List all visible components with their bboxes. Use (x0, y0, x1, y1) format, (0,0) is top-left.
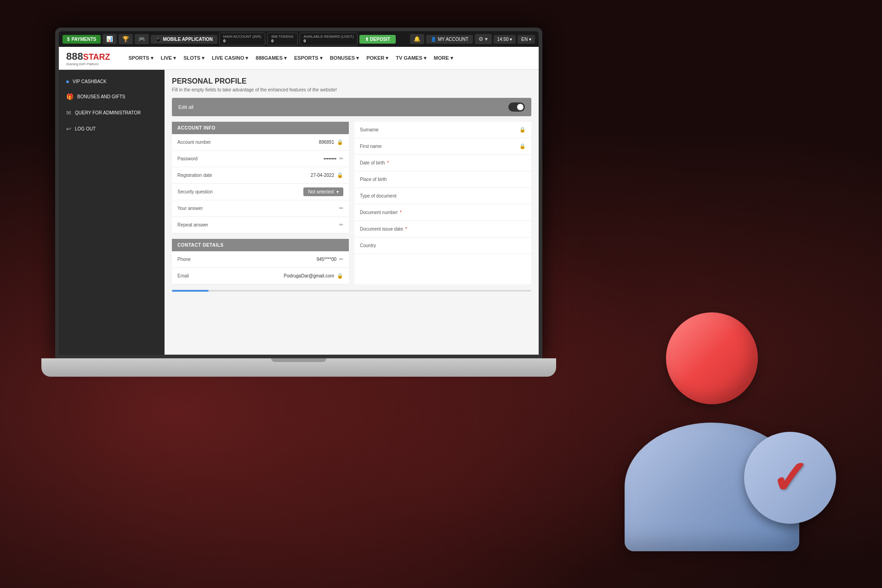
registration-date-label: Registration date (177, 173, 212, 178)
password-value: •••••••• ✏ (324, 156, 343, 162)
contact-details-header: CONTACT DETAILS (172, 239, 349, 251)
sidebar-item-vip-cashback[interactable]: VIP CASHBACK (59, 74, 165, 89)
user-head (666, 312, 758, 404)
country-row: Country (354, 237, 531, 254)
content-area: VIP CASHBACK 🎁 BONUSES AND GIFTS ✉ QUERY… (59, 70, 539, 355)
mobile-app-button[interactable]: 📱 MOBILE APPLICATION (151, 35, 217, 44)
registration-date-value: 27-04-2022 🔒 (311, 172, 343, 178)
security-question-dropdown[interactable]: Not selected ▾ (303, 187, 343, 196)
gamepad-button[interactable]: 🎮 (135, 34, 149, 44)
email-label: Email (177, 273, 189, 278)
main-nav: SPORTS ▾ LIVE ▾ SLOTS ▾ LIVE CASINO ▾ 88… (128, 55, 453, 61)
check-badge: ✓ (744, 432, 836, 524)
phone-icon: 📱 (155, 37, 161, 42)
nav-poker[interactable]: POKER ▾ (366, 55, 388, 61)
scroll-bar (172, 290, 531, 292)
security-question-row: Security question Not selected ▾ (172, 184, 349, 200)
contact-details-section: CONTACT DETAILS Phone 945****00 ✏ Email (172, 239, 349, 284)
firstname-lock-icon: 🔒 (519, 143, 526, 149)
nav-tv-games[interactable]: TV GAMES ▾ (396, 55, 427, 61)
logo-bar: 888STARZ iGaming DeFi Platform SPORTS ▾ … (59, 47, 539, 70)
password-edit-icon[interactable]: ✏ (339, 156, 343, 162)
country-label: Country (360, 243, 376, 248)
nav-bonuses[interactable]: BONUSES ▾ (330, 55, 359, 61)
laptop-base (41, 358, 556, 377)
nav-right: 🔔 👤 MY ACCOUNT ⚙ ▾ 14:50 ▾ EN ▾ (410, 34, 535, 44)
nav-888games[interactable]: 888GAMES ▾ (256, 55, 287, 61)
settings-button[interactable]: ⚙ ▾ (475, 34, 491, 44)
nav-live[interactable]: LIVE ▾ (161, 55, 176, 61)
lock-icon: 🔒 (337, 139, 343, 145)
document-issue-date-row: Document issue date * (354, 221, 531, 237)
first-name-label: First name (360, 144, 381, 149)
chevron-down-icon: ▾ (336, 189, 339, 194)
trophy-button[interactable]: 🏆 (119, 34, 133, 44)
surname-value: 🔒 (519, 127, 526, 133)
document-number-label: Document number * (360, 210, 402, 215)
security-question-value[interactable]: Not selected ▾ (303, 187, 343, 196)
account-info-header: ACCOUNT INFO (172, 122, 349, 134)
type-of-document-row: Type of document (354, 188, 531, 204)
nav-slots[interactable]: SLOTS ▾ (183, 55, 205, 61)
place-of-birth-label: Place of birth (360, 177, 387, 182)
scroll-thumb[interactable] (172, 290, 209, 292)
nav-live-casino[interactable]: LIVE CASINO ▾ (212, 55, 248, 61)
sidebar-item-logout[interactable]: ↩ LOG OUT (59, 121, 165, 137)
nav-esports[interactable]: ESPORTS ▾ (294, 55, 323, 61)
main-account-counter: MAIN ACCOUNT (INR) 0 (219, 33, 266, 45)
document-issue-date-label: Document issue date * (360, 226, 407, 232)
my-account-button[interactable]: 👤 MY ACCOUNT (426, 35, 473, 44)
account-number-row: Account number 896891 🔒 (172, 134, 349, 151)
user-icon: 👤 (431, 37, 436, 42)
reward-counter: AVAILABLE REWARD (USDT) 0 (300, 33, 358, 45)
phone-value: 945****00 ✏ (317, 256, 343, 262)
type-of-document-label: Type of document (360, 193, 397, 198)
dollar-icon: $ (67, 37, 70, 42)
dob-label: Date of birth * (360, 160, 389, 165)
time-display: 14:50 ▾ (494, 35, 516, 44)
document-number-row: Document number * (354, 204, 531, 221)
payments-button[interactable]: $ PAYMENTS (63, 35, 101, 44)
nav-more[interactable]: MORE ▾ (434, 55, 453, 61)
email-lock-icon: 🔒 (337, 273, 343, 279)
password-row: Password •••••••• ✏ (172, 151, 349, 167)
page-subtitle: Fill in the empty fields to take advanta… (172, 87, 531, 92)
email-row: Email PodrugaDar@gmail.com 🔒 (172, 268, 349, 284)
security-question-label: Security question (177, 189, 213, 194)
laptop-screen: $ PAYMENTS 📊 🏆 🎮 📱 MOBILE APPLICATION MA… (55, 28, 542, 358)
top-nav: $ PAYMENTS 📊 🏆 🎮 📱 MOBILE APPLICATION MA… (59, 31, 539, 47)
tokens-counter: 888 TOKENS 0 (267, 33, 297, 45)
phone-row: Phone 945****00 ✏ (172, 251, 349, 268)
chart-button[interactable]: 📊 (102, 34, 117, 44)
user-icon-3d: ✓ (579, 285, 845, 551)
sidebar: VIP CASHBACK 🎁 BONUSES AND GIFTS ✉ QUERY… (59, 70, 165, 355)
account-number-label: Account number (177, 140, 211, 145)
deposit-button[interactable]: ⬆ DEPOSIT (359, 35, 396, 44)
site-logo[interactable]: 888STARZ iGaming DeFi Platform (66, 51, 110, 66)
phone-edit-icon[interactable]: ✏ (339, 256, 343, 262)
dot-icon (66, 80, 69, 83)
form-columns: ACCOUNT INFO Account number 896891 🔒 Pas… (172, 122, 531, 284)
surname-row: Surname 🔒 (354, 122, 531, 138)
bell-button[interactable]: 🔔 (410, 34, 424, 44)
password-label: Password (177, 156, 198, 161)
edit-all-toggle[interactable] (508, 102, 525, 112)
repeat-answer-row: Repeat answer ✏ (172, 217, 349, 233)
nav-sports[interactable]: SPORTS ▾ (128, 55, 153, 61)
main-content: PERSONAL PROFILE Fill in the empty field… (165, 70, 539, 355)
left-column: ACCOUNT INFO Account number 896891 🔒 Pas… (172, 122, 349, 284)
laptop: $ PAYMENTS 📊 🏆 🎮 📱 MOBILE APPLICATION MA… (55, 28, 570, 404)
page-title: PERSONAL PROFILE (172, 77, 531, 85)
your-answer-value: ✏ (339, 205, 343, 211)
reg-lock-icon: 🔒 (337, 172, 343, 178)
sidebar-item-bonuses[interactable]: 🎁 BONUSES AND GIFTS (59, 89, 165, 105)
your-answer-row: Your answer ✏ (172, 200, 349, 217)
mail-icon: ✉ (66, 109, 71, 116)
first-name-value: 🔒 (519, 143, 526, 149)
browser-content: $ PAYMENTS 📊 🏆 🎮 📱 MOBILE APPLICATION MA… (59, 31, 539, 355)
sidebar-item-query[interactable]: ✉ QUERY FOR ADMINISTRATOR (59, 105, 165, 121)
repeat-edit-icon[interactable]: ✏ (339, 222, 343, 228)
language-selector[interactable]: EN ▾ (518, 35, 535, 44)
answer-edit-icon[interactable]: ✏ (339, 205, 343, 211)
surname-label: Surname (360, 127, 379, 132)
